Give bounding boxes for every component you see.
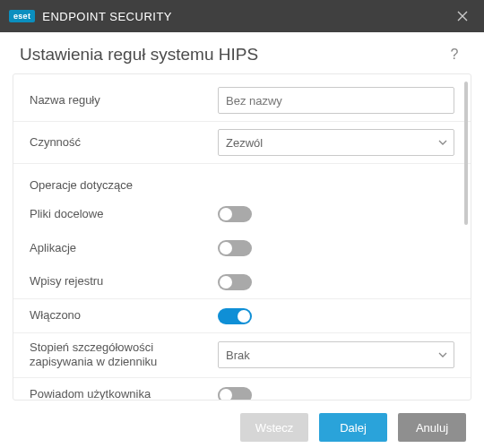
registry-entries-toggle[interactable] xyxy=(218,274,252,290)
help-icon: ? xyxy=(451,47,459,63)
close-icon xyxy=(457,11,468,22)
brand-badge: eset xyxy=(9,10,35,22)
cancel-button[interactable]: Anuluj xyxy=(398,413,466,442)
target-files-toggle[interactable] xyxy=(218,206,252,222)
row-log-level: Stopień szczegółowości zapisywania w dzi… xyxy=(13,333,471,378)
notify-user-label: Powiadom użytkownika xyxy=(30,387,218,401)
row-action: Czynność Zezwól xyxy=(13,122,471,164)
enabled-toggle[interactable] xyxy=(218,308,252,324)
rule-name-input[interactable] xyxy=(218,87,454,114)
registry-entries-label: Wpisy rejestru xyxy=(30,274,218,289)
close-button[interactable] xyxy=(450,4,475,29)
row-notify-user: Powiadom użytkownika xyxy=(13,378,471,401)
help-button[interactable]: ? xyxy=(445,45,464,65)
applications-label: Aplikacje xyxy=(30,241,218,255)
titlebar: eset ENDPOINT SECURITY xyxy=(0,0,484,32)
page-title: Ustawienia reguł systemu HIPS xyxy=(20,45,258,65)
action-select[interactable]: Zezwól xyxy=(218,129,454,156)
log-level-select[interactable]: Brak xyxy=(218,341,454,368)
notify-user-toggle[interactable] xyxy=(218,387,252,401)
footer-buttons: Wstecz Dalej Anuluj xyxy=(0,401,484,442)
back-button[interactable]: Wstecz xyxy=(240,413,308,442)
page-header: Ustawienia reguł systemu HIPS ? xyxy=(0,32,484,73)
target-files-label: Pliki docelowe xyxy=(30,207,218,221)
row-enabled: Włączono xyxy=(13,299,471,333)
row-applications: Aplikacje xyxy=(13,231,471,265)
row-target-files: Pliki docelowe xyxy=(13,197,471,231)
enabled-label: Włączono xyxy=(30,308,218,323)
settings-panel: Nazwa reguły Czynność Zezwól Operacje do… xyxy=(13,73,471,401)
action-label: Czynność xyxy=(30,135,218,150)
applications-toggle[interactable] xyxy=(218,240,252,256)
operations-section-title: Operacje dotyczące xyxy=(13,164,471,197)
scrollbar-thumb[interactable] xyxy=(464,82,468,225)
row-registry-entries: Wpisy rejestru xyxy=(13,265,471,299)
product-name: ENDPOINT SECURITY xyxy=(42,10,172,23)
row-rule-name: Nazwa reguły xyxy=(13,80,471,122)
rule-name-label: Nazwa reguły xyxy=(30,93,218,108)
log-level-label: Stopień szczegółowości zapisywania w dzi… xyxy=(30,340,218,370)
next-button[interactable]: Dalej xyxy=(319,413,387,442)
